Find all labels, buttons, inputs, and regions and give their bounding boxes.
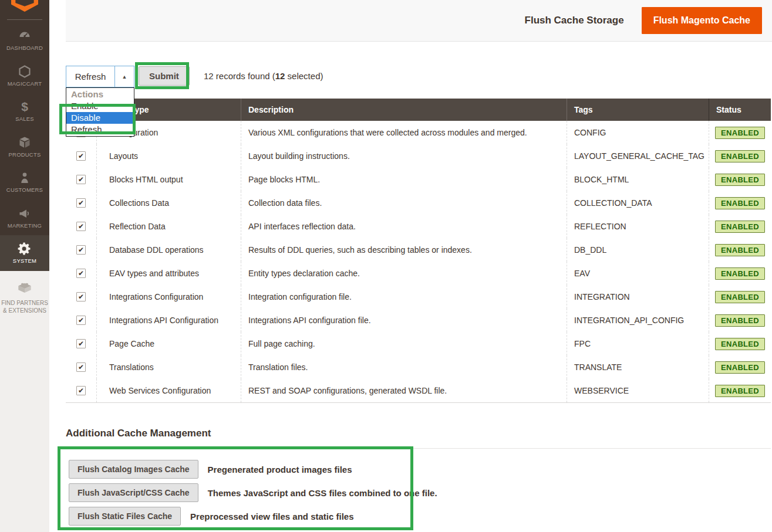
flush-button-2[interactable]: Flush Static Files Cache [69,507,181,526]
table-row-checkbox-cell: ✔ [66,285,96,309]
sidebar-divider [7,19,42,20]
row-checkbox[interactable]: ✔ [76,198,86,208]
row-checkbox[interactable]: ✔ [76,269,86,278]
tags-cell: INTEGRATION_API_CONFIG [567,309,709,332]
additional-cache-row: Flush JavaScript/CSS CacheThemes JavaScr… [69,483,437,502]
flush-button-1[interactable]: Flush JavaScript/CSS Cache [69,483,198,502]
status-cell: ENABLED [709,168,771,191]
status-cell: ENABLED [709,332,771,355]
status-cell: ENABLED [709,355,771,379]
cache-type-cell: Integrations Configuration [96,285,241,309]
cache-table: Cache Type Description Tags Status ✔Conf… [66,99,771,403]
cache-type-cell: Collections Data [96,191,241,215]
sidebar-item-sales[interactable]: $SALES [0,93,49,129]
table-row-checkbox-cell: ✔ [66,379,96,402]
row-checkbox[interactable]: ✔ [76,386,86,395]
action-option-disable[interactable]: Disable [66,112,134,124]
system-icon [18,242,32,256]
chevron-up-icon[interactable]: ▲ [114,66,134,87]
description-cell: API interfaces reflection data. [241,215,567,238]
tags-cell: TRANSLATE [567,355,709,379]
flush-button-0[interactable]: Flush Catalog Images Cache [69,460,198,479]
row-checkbox[interactable]: ✔ [76,362,86,372]
records-suffix: selected) [285,71,323,81]
row-checkbox[interactable]: ✔ [76,339,86,348]
table-row-checkbox-cell: ✔ [66,215,96,238]
status-cell: ENABLED [709,309,771,332]
tags-cell: INTEGRATION [567,285,709,309]
description-cell: Integration configuration file. [241,285,567,309]
sidebar-item-products[interactable]: PRODUCTS [0,129,49,165]
cache-type-cell: Web Services Configuration [96,379,241,402]
cache-type-cell: Translations [96,355,241,379]
status-badge: ENABLED [715,385,765,397]
description-cell: Entity types declaration cache. [241,262,567,285]
sidebar-item-label: CUSTOMERS [6,187,43,193]
column-header-tags: Tags [567,99,709,121]
description-cell: Various XML configurations that were col… [241,121,567,144]
status-cell: ENABLED [709,285,771,309]
status-cell: ENABLED [709,121,771,144]
records-selected-count: 12 [275,71,285,81]
cache-type-cell: Reflection Data [96,215,241,238]
status-badge: ENABLED [715,244,765,256]
table-row-checkbox-cell: ✔ [66,332,96,355]
flush-cache-storage-button[interactable]: Flush Cache Storage [525,15,624,26]
flush-description: Themes JavaScript and CSS files combined… [208,488,437,498]
svg-text:$: $ [21,100,28,113]
sidebar-item-magiccart[interactable]: MAGICCART [0,58,49,94]
row-checkbox[interactable]: ✔ [76,245,86,255]
tags-cell: REFLECTION [567,215,709,238]
additional-cache-row: Flush Catalog Images CachePregenerated p… [69,460,437,479]
sidebar-item-marketing[interactable]: MARKETING [0,200,49,236]
submit-button[interactable]: Submit [139,66,190,86]
sidebar-item-system[interactable]: SYSTEM [0,235,49,271]
row-checkbox[interactable]: ✔ [76,151,86,161]
sidebar-item-customers[interactable]: CUSTOMERS [0,164,49,200]
status-badge: ENABLED [715,338,765,350]
status-badge: ENABLED [715,221,765,233]
tags-cell: DB_DDL [567,238,709,262]
sidebar-item-label: DASHBOARD [6,45,43,51]
sidebar-item-dashboard[interactable]: DASHBOARD [0,22,49,58]
cache-type-cell: EAV types and attributes [96,262,241,285]
tags-cell: WEBSERVICE [567,379,709,402]
cache-type-cell: Layouts [96,144,241,168]
table-row-checkbox-cell: ✔ [66,168,96,191]
status-badge: ENABLED [715,150,765,162]
status-badge: ENABLED [715,361,765,374]
sidebar-item-find-partners[interactable]: FIND PARTNERS & EXTENSIONS [0,275,49,314]
status-cell: ENABLED [709,238,771,262]
cache-management-page: DASHBOARDMAGICCART$SALESPRODUCTSCUSTOMER… [0,0,772,532]
table-row-checkbox-cell: ✔ [66,191,96,215]
action-option-refresh[interactable]: Refresh [66,124,134,135]
row-checkbox[interactable]: ✔ [76,316,86,325]
status-badge: ENABLED [715,267,765,280]
description-cell: Integrations API configuration file. [241,309,567,332]
sidebar-item-label: PRODUCTS [9,151,41,158]
sidebar-item-label: FIND PARTNERS & EXTENSIONS [0,299,49,314]
sidebar: DASHBOARDMAGICCART$SALESPRODUCTSCUSTOMER… [0,0,49,271]
description-cell: Collection data files. [241,191,567,215]
row-checkbox[interactable]: ✔ [76,222,86,231]
status-cell: ENABLED [709,379,771,402]
status-badge: ENABLED [715,314,765,327]
status-badge: ENABLED [715,127,765,139]
action-option-enable[interactable]: Enable [66,100,134,112]
magento-logo-icon[interactable] [11,0,38,12]
row-checkbox[interactable]: ✔ [76,175,86,184]
flush-magento-cache-button[interactable]: Flush Magento Cache [642,7,762,34]
status-badge: ENABLED [715,197,765,209]
description-cell: Results of DDL queries, such as describi… [241,238,567,262]
page-header: Flush Cache Storage Flush Magento Cache [66,0,772,42]
description-cell: REST and SOAP configurations, generated … [241,379,567,402]
cache-type-cell: Integrations API Configuration [96,309,241,332]
description-cell: Full page caching. [241,332,567,355]
status-cell: ENABLED [709,144,771,168]
mass-action-select[interactable]: Refresh ▲ [66,66,134,87]
products-icon [18,135,32,150]
row-checkbox[interactable]: ✔ [76,292,86,301]
additional-cache-actions: Flush Catalog Images CachePregenerated p… [69,460,437,526]
tags-cell: LAYOUT_GENERAL_CACHE_TAG [567,144,709,168]
mass-action-dropdown: ActionsEnableDisableRefresh [66,87,134,137]
